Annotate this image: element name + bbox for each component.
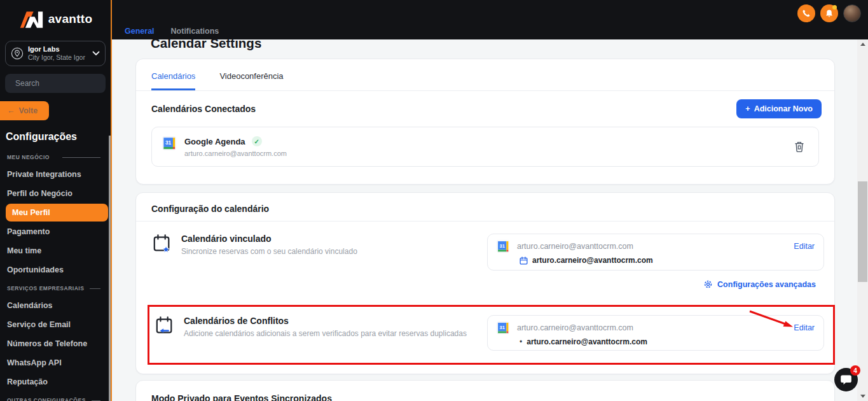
phone-button[interactable] (797, 4, 815, 22)
private-mode-heading: Modo Privado para Eventos Sincronizados (136, 381, 834, 401)
svg-text:31: 31 (500, 325, 505, 330)
back-button-label: Volte (19, 106, 38, 115)
sidebar-item-meu-time[interactable]: Meu time (7, 241, 111, 260)
calendar-card-tabs: Calendários Videoconferência (136, 59, 834, 91)
conflict-calendars-setting: Calendários de Conflitos Adicione calend… (155, 316, 467, 338)
linked-account-email: arturo.carneiro@avanttocrm.com (517, 242, 633, 251)
bullet-icon: • (520, 337, 522, 346)
brand-logo: avantto (0, 0, 111, 38)
chat-button[interactable]: 4 (834, 368, 858, 391)
connected-calendars-card: Calendários Videoconferência Calendários… (135, 59, 835, 185)
chevron-down-icon (92, 51, 100, 56)
conflict-calendars-highlight: Calendários de Conflitos Adicione calend… (148, 305, 835, 365)
linked-calendar-email: arturo.carneiro@avanttocrm.com (532, 256, 653, 265)
nav-section-meu-negocio: MEU NEGÓCIO (7, 148, 111, 165)
sidebar-item-calendarios[interactable]: Calendários (7, 296, 111, 315)
provider-name: Google Agenda (184, 137, 245, 146)
location-subtitle: City Igor, State Igor (28, 53, 88, 62)
sidebar-item-meu-perfil[interactable]: Meu Perfil (6, 204, 108, 222)
delete-calendar-button[interactable] (794, 141, 804, 153)
svg-text:31: 31 (500, 243, 505, 249)
tab-calendarios[interactable]: Calendários (151, 71, 195, 90)
main-content: Calendar Settings Calendários Videoconfe… (112, 39, 868, 401)
linked-calendar-description: Sincronize reservas com o seu calendário… (181, 247, 357, 256)
connected-email: arturo.carneiro@avanttocrm.com (184, 150, 287, 157)
back-button[interactable]: ← Volte (0, 101, 49, 120)
sidebar-item-oportunidades[interactable]: Oportunidades (7, 260, 111, 279)
avantto-logo-icon (18, 8, 44, 30)
header-icons (797, 4, 861, 22)
google-calendar-icon: 31 (162, 136, 176, 150)
scrollbar-thumb[interactable] (858, 181, 867, 282)
connected-check-icon: ✓ (252, 136, 262, 146)
app-window: avantto Igor Labs City Igor, State Igor (0, 0, 868, 401)
connected-calendar-row: 31 Google Agenda ✓ arturo.carneiro@avant… (151, 127, 819, 167)
linked-calendar-setting: Calendário vinculado Sincronize reservas… (153, 234, 357, 256)
page-title: Calendar Settings (151, 39, 868, 51)
location-selector[interactable]: Igor Labs City Igor, State Igor (5, 41, 106, 66)
trash-icon (794, 141, 804, 153)
sidebar-item-private-integrations[interactable]: Private Integrations (7, 165, 111, 184)
chat-bubble-icon (840, 374, 852, 386)
linked-edit-link[interactable]: Editar (794, 242, 815, 251)
divider (136, 221, 834, 222)
brand-name: avantto (48, 12, 93, 26)
advanced-settings-label: Configurações avançadas (717, 280, 816, 289)
location-pin-icon (11, 47, 24, 60)
linked-calendar-icon (153, 234, 172, 254)
connected-calendars-heading: Calendários Conectados (151, 104, 256, 114)
sidebar-scrollbar-thumb[interactable] (109, 136, 111, 401)
search-input[interactable] (15, 79, 112, 88)
calendar-config-card: Configuração do calendário Calendário vi… (135, 192, 835, 374)
google-calendar-icon: 31 (497, 321, 509, 334)
plus-icon: + (745, 104, 750, 113)
top-header: General Notifications (112, 0, 868, 39)
config-heading: Configuração do calendário (136, 193, 834, 221)
tab-videoconferencia[interactable]: Videoconferência (219, 71, 283, 90)
phone-icon (802, 9, 811, 18)
add-new-label: Adicionar Novo (754, 104, 813, 113)
sidebar-title: Configurações (6, 131, 106, 143)
mini-calendar-icon (520, 257, 528, 265)
sidebar-item-servico-de-email[interactable]: Serviço de Email (7, 315, 111, 334)
notification-dot (832, 5, 837, 10)
conflict-account-email: arturo.carneiro@avanttocrm.com (517, 323, 633, 332)
back-arrow-icon: ← (7, 106, 15, 115)
tab-general[interactable]: General (125, 27, 155, 36)
svg-text:31: 31 (165, 140, 172, 146)
sidebar-item-reputacao[interactable]: Reputação (7, 372, 111, 391)
notifications-button[interactable] (820, 4, 838, 22)
private-mode-card: Modo Privado para Eventos Sincronizados (135, 380, 835, 401)
linked-calendar-title: Calendário vinculado (181, 234, 357, 244)
location-name: Igor Labs (28, 45, 88, 53)
linked-account-box: 31 arturo.carneiro@avanttocrm.com Editar… (487, 234, 824, 271)
user-avatar[interactable] (843, 4, 861, 22)
advanced-settings-link[interactable]: Configurações avançadas (703, 279, 816, 289)
gear-icon (703, 279, 713, 289)
sidebar-item-whatsapp-api[interactable]: WhatsApp API (7, 353, 111, 372)
conflict-calendars-title: Calendários de Conflitos (184, 316, 467, 326)
google-calendar-icon: 31 (497, 240, 509, 253)
scroll-down-arrow[interactable] (860, 395, 865, 398)
conflict-account-box: 31 arturo.carneiro@avanttocrm.com Editar… (487, 315, 824, 351)
conflict-calendar-email: arturo.carneiro@avanttocrm.com (527, 337, 647, 346)
conflict-edit-link[interactable]: Editar (794, 323, 815, 332)
sidebar-item-pagamento[interactable]: Pagamento (7, 222, 111, 241)
nav-section-outras-configuracoes: OUTRAS CONFIGURAÇÕES (7, 391, 111, 401)
sidebar: avantto Igor Labs City Igor, State Igor (0, 0, 112, 401)
bell-icon (825, 9, 834, 18)
nav-section-servicos-empresariais: SERVIÇOS EMPRESARIAIS (7, 279, 111, 296)
search-box (5, 74, 106, 93)
vertical-scrollbar[interactable] (857, 39, 868, 401)
conflict-calendar-icon (155, 316, 174, 336)
sidebar-item-perfil-do-negocio[interactable]: Perfil do Negócio (7, 184, 111, 203)
add-new-button[interactable]: + Adicionar Novo (736, 99, 822, 118)
sidebar-nav: MEU NEGÓCIO Private Integrations Perfil … (0, 148, 111, 401)
sidebar-item-numeros-de-telefone[interactable]: Números de Telefone (7, 334, 111, 353)
conflict-calendars-description: Adicione calendários adicionais a serem … (184, 329, 467, 338)
tab-notifications[interactable]: Notifications (171, 27, 219, 36)
chat-unread-badge: 4 (850, 365, 860, 376)
header-tabs: General Notifications (125, 27, 219, 36)
scroll-up-arrow[interactable] (860, 43, 865, 46)
